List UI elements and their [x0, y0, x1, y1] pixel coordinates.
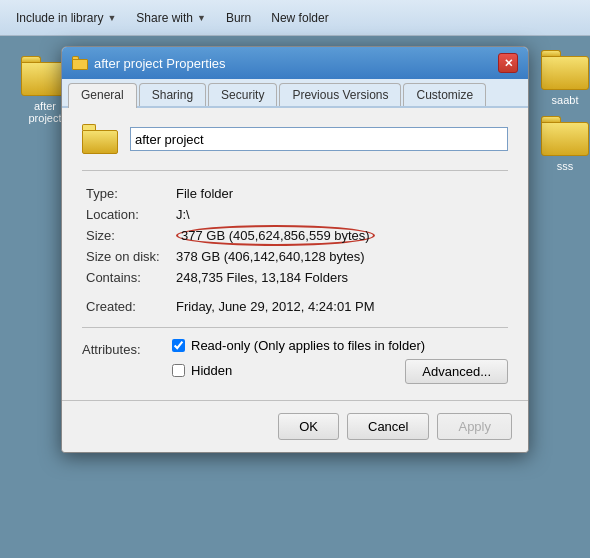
size-on-disk-row: Size on disk: 378 GB (406,142,640,128 by… — [82, 246, 508, 267]
folder-name-icon — [82, 124, 118, 154]
attributes-label: Attributes: — [82, 338, 172, 357]
title-bar-left: after project Properties — [72, 56, 226, 71]
created-label: Created: — [82, 296, 172, 317]
attr-divider — [82, 327, 508, 328]
size-on-disk-value: 378 GB (406,142,640,128 bytes) — [172, 246, 508, 267]
size-on-disk-label: Size on disk: — [82, 246, 172, 267]
tab-sharing[interactable]: Sharing — [139, 83, 206, 106]
properties-table: Type: File folder Location: J:\ Size: 37… — [82, 183, 508, 317]
tab-bar: General Sharing Security Previous Versio… — [62, 79, 528, 108]
readonly-row: Read-only (Only applies to files in fold… — [172, 338, 508, 353]
type-row: Type: File folder — [82, 183, 508, 204]
folder-name-input[interactable] — [130, 127, 508, 151]
advanced-button[interactable]: Advanced... — [405, 359, 508, 384]
dialog-body: Type: File folder Location: J:\ Size: 37… — [62, 108, 528, 400]
hidden-label: Hidden — [191, 363, 232, 378]
location-value: J:\ — [172, 204, 508, 225]
ok-button[interactable]: OK — [278, 413, 339, 440]
include-library-arrow: ▼ — [107, 13, 116, 23]
close-button[interactable]: ✕ — [498, 53, 518, 73]
attributes-controls: Read-only (Only applies to files in fold… — [172, 338, 508, 384]
dialog-title: after project Properties — [94, 56, 226, 71]
location-row: Location: J:\ — [82, 204, 508, 225]
tab-security[interactable]: Security — [208, 83, 277, 106]
cancel-button[interactable]: Cancel — [347, 413, 429, 440]
include-library-button[interactable]: Include in library ▼ — [8, 8, 124, 28]
include-library-label: Include in library — [16, 11, 103, 25]
dialog-footer: OK Cancel Apply — [62, 400, 528, 452]
new-folder-button[interactable]: New folder — [263, 8, 336, 28]
toolbar: Include in library ▼ Share with ▼ Burn N… — [0, 0, 590, 36]
readonly-label: Read-only (Only applies to files in fold… — [191, 338, 425, 353]
tab-general[interactable]: General — [68, 83, 137, 108]
burn-label: Burn — [226, 11, 251, 25]
new-folder-label: New folder — [271, 11, 328, 25]
created-row: Created: Friday, June 29, 2012, 4:24:01 … — [82, 296, 508, 317]
hidden-checkbox[interactable] — [172, 364, 185, 377]
burn-button[interactable]: Burn — [218, 8, 259, 28]
title-bar: after project Properties ✕ — [62, 47, 528, 79]
title-folder-icon — [72, 56, 88, 70]
contains-value: 248,735 Files, 13,184 Folders — [172, 267, 508, 288]
folder-name-row — [82, 124, 508, 154]
spacer-row — [82, 288, 508, 296]
location-label: Location: — [82, 204, 172, 225]
share-with-arrow: ▼ — [197, 13, 206, 23]
top-divider — [82, 170, 508, 171]
contains-row: Contains: 248,735 Files, 13,184 Folders — [82, 267, 508, 288]
share-with-button[interactable]: Share with ▼ — [128, 8, 214, 28]
apply-button[interactable]: Apply — [437, 413, 512, 440]
type-label: Type: — [82, 183, 172, 204]
tab-customize[interactable]: Customize — [403, 83, 486, 106]
size-row: Size: 377 GB (405,624,856,559 bytes) — [82, 225, 508, 246]
readonly-checkbox[interactable] — [172, 339, 185, 352]
properties-dialog: after project Properties ✕ General Shari… — [61, 46, 529, 453]
attributes-row: Attributes: Read-only (Only applies to f… — [82, 338, 508, 384]
share-with-label: Share with — [136, 11, 193, 25]
size-value: 377 GB (405,624,856,559 bytes) — [172, 225, 508, 246]
tab-previous-versions[interactable]: Previous Versions — [279, 83, 401, 106]
dialog-overlay: after project Properties ✕ General Shari… — [0, 36, 590, 558]
size-circle-highlight: 377 GB (405,624,856,559 bytes) — [176, 225, 375, 246]
created-value: Friday, June 29, 2012, 4:24:01 PM — [172, 296, 508, 317]
type-value: File folder — [172, 183, 508, 204]
hidden-row: Hidden — [172, 363, 232, 378]
contains-label: Contains: — [82, 267, 172, 288]
size-label: Size: — [82, 225, 172, 246]
